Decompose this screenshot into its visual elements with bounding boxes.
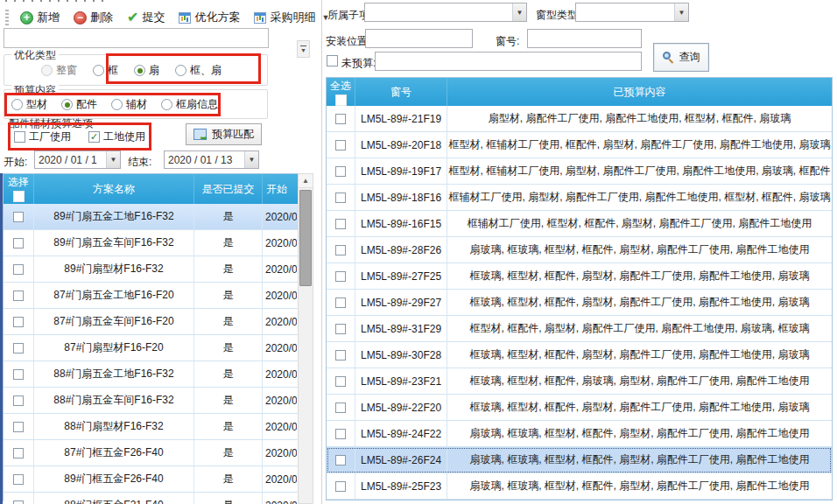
table-row[interactable]: 88#门扇型材F16-F32是2020/0 xyxy=(4,414,298,440)
select-all-checkbox[interactable] xyxy=(335,94,347,106)
row-select-cell[interactable] xyxy=(4,256,34,282)
start-date-picker[interactable]: 2020 / 01 / 1 ▼ xyxy=(34,150,121,169)
row-checkbox[interactable] xyxy=(13,290,24,301)
row-checkbox[interactable] xyxy=(335,114,346,124)
checkbox-icon[interactable]: ✓ xyxy=(88,131,100,143)
table-row[interactable]: 88#门框五金F21-F40是2020/0 xyxy=(4,493,298,504)
row-checkbox[interactable] xyxy=(335,192,346,203)
table-row[interactable]: LM5L-89#-19F17框型材, 框辅材工厂使用, 扇型材, 扇配件工厂使用… xyxy=(327,158,832,185)
row-select-cell[interactable] xyxy=(327,211,355,236)
table-row[interactable]: LM5L-89#-22F20框玻璃, 框型材, 框配件, 扇型材, 扇配件工厂使… xyxy=(327,395,832,421)
table-row[interactable]: LM5L-89#-21F19扇型材, 扇配件工厂使用, 扇配件工地使用, 框型材… xyxy=(327,106,832,132)
row-select-cell[interactable] xyxy=(327,368,355,394)
end-date-picker[interactable]: 2020 / 01 / 13 ▼ xyxy=(164,150,259,169)
table-row[interactable]: LM5L-89#-31F29框型材, 框配件, 扇型材, 扇配件工厂使用, 扇配… xyxy=(327,316,832,342)
row-select-cell[interactable] xyxy=(327,263,355,289)
chevron-down-icon[interactable]: ▼ xyxy=(244,151,258,168)
table-row[interactable]: LM5L-89#-29F27框玻璃, 框型材, 框配件, 扇型材, 扇配件工厂使… xyxy=(327,290,832,316)
radio-icon[interactable] xyxy=(175,65,186,76)
no-budget-checkbox[interactable] xyxy=(327,55,338,66)
row-checkbox[interactable] xyxy=(13,264,24,275)
table-row[interactable]: 89#门扇型材F16-F32是2020/0 xyxy=(4,256,298,283)
row-checkbox[interactable] xyxy=(13,343,24,354)
table-row[interactable]: 89#门扇五金车间F16-F32是2020/0 xyxy=(4,230,298,256)
checkbox-option-工厂使用[interactable]: 工厂使用 xyxy=(14,130,71,144)
delete-button[interactable]: − 删除 xyxy=(67,7,119,28)
row-select-cell[interactable] xyxy=(327,158,355,184)
table-row[interactable]: 87#门扇型材F16-F20是2020/0 xyxy=(4,335,298,361)
radio-icon[interactable] xyxy=(111,99,123,110)
scroll-up-arrow-icon[interactable]: ▲ xyxy=(299,174,313,188)
table-row[interactable]: 89#门框五金F26-F40是2020/0 xyxy=(4,466,298,493)
row-select-cell[interactable] xyxy=(327,421,355,446)
window-no-input[interactable] xyxy=(527,29,642,48)
row-select-cell[interactable] xyxy=(327,395,355,420)
table-row[interactable]: 89#门扇五金工地F16-F32是2020/0 xyxy=(4,204,298,230)
row-checkbox[interactable] xyxy=(335,324,346,334)
radio-icon[interactable] xyxy=(161,99,172,110)
row-select-cell[interactable] xyxy=(4,414,34,439)
row-select-cell[interactable] xyxy=(4,335,34,360)
table-row[interactable]: LM5L-89#-20F18框型材, 框辅材工厂使用, 框配件, 扇型材, 扇配… xyxy=(327,132,832,158)
table-row[interactable]: 88#门扇五金工地F16-F32是2020/0 xyxy=(4,361,298,388)
row-select-cell[interactable] xyxy=(4,309,34,334)
purchase-detail-button[interactable]: 采购明细 ▼ xyxy=(248,7,335,28)
row-select-cell[interactable] xyxy=(4,361,34,387)
row-checkbox[interactable] xyxy=(13,317,24,327)
add-button[interactable]: + 新增 xyxy=(14,7,66,28)
row-checkbox[interactable] xyxy=(335,455,346,466)
row-checkbox[interactable] xyxy=(335,245,346,256)
budget-match-button[interactable]: 预算匹配 xyxy=(186,123,262,145)
row-checkbox[interactable] xyxy=(335,219,346,229)
table-row[interactable]: LM5L-89#-30F28框玻璃, 框型材, 框配件, 扇型材, 扇配件工厂使… xyxy=(327,342,832,368)
table-row[interactable]: 87#门扇五金工地F16-F20是2020/0 xyxy=(4,283,298,309)
row-checkbox[interactable] xyxy=(335,376,346,387)
row-select-cell[interactable] xyxy=(327,132,355,158)
row-checkbox[interactable] xyxy=(13,500,24,504)
row-select-cell[interactable] xyxy=(327,106,355,131)
no-budget-input[interactable] xyxy=(375,52,642,71)
row-checkbox[interactable] xyxy=(335,298,346,308)
row-select-cell[interactable] xyxy=(4,440,34,466)
row-checkbox[interactable] xyxy=(13,212,24,222)
checkbox-icon[interactable] xyxy=(14,131,25,143)
row-select-cell[interactable] xyxy=(327,185,355,210)
scrollbar-thumb[interactable] xyxy=(299,190,312,286)
table-row[interactable]: 88#门扇五金车间F16-F32是2020/0 xyxy=(4,388,298,414)
row-checkbox[interactable] xyxy=(335,481,346,492)
table-row[interactable]: LM5L-89#-23F21框玻璃, 框型材, 框配件, 扇玻璃, 扇型材, 扇… xyxy=(327,368,832,395)
row-checkbox[interactable] xyxy=(335,271,346,282)
query-button[interactable]: 查询 xyxy=(653,43,709,72)
radio-option-辅材[interactable]: 辅材 xyxy=(111,97,147,112)
chevron-down-icon[interactable]: ▼ xyxy=(106,151,120,168)
radio-option-框、扇[interactable]: 框、扇 xyxy=(175,63,222,78)
row-select-cell[interactable] xyxy=(4,230,34,256)
radio-option-配件[interactable]: 配件 xyxy=(61,97,97,112)
table-row[interactable]: 87#门扇五金车间F16-F20是2020/0 xyxy=(4,309,298,335)
radio-option-型材[interactable]: 型材 xyxy=(11,97,47,112)
row-select-cell[interactable] xyxy=(327,342,355,368)
row-select-cell[interactable] xyxy=(327,473,355,499)
table-row[interactable]: 87#门框五金F26-F40是2020/0 xyxy=(4,440,298,466)
radio-icon[interactable] xyxy=(93,65,104,76)
row-checkbox[interactable] xyxy=(335,166,346,177)
window-type-select[interactable]: ▼ xyxy=(575,3,689,22)
submit-button[interactable]: ✔ 提交 xyxy=(121,7,171,28)
row-select-cell[interactable] xyxy=(4,388,34,413)
row-checkbox[interactable] xyxy=(335,429,346,439)
row-checkbox[interactable] xyxy=(13,448,24,458)
row-select-cell[interactable] xyxy=(4,283,34,308)
radio-option-框扇信息[interactable]: 框扇信息 xyxy=(161,97,218,112)
toolbar-grip[interactable] xyxy=(5,10,9,25)
sub-item-select[interactable]: ▼ xyxy=(364,3,527,22)
chevron-down-icon[interactable]: ▼ xyxy=(674,4,688,21)
toolbar-overflow-button[interactable]: ▼ xyxy=(297,40,310,58)
radio-icon[interactable] xyxy=(11,99,23,110)
row-select-cell[interactable] xyxy=(4,466,34,492)
row-select-cell[interactable] xyxy=(327,316,355,341)
radio-option-框[interactable]: 框 xyxy=(93,63,118,78)
table-row[interactable]: LM5L-89#-28F26扇玻璃, 框玻璃, 框型材, 框配件, 扇型材, 扇… xyxy=(327,237,832,263)
row-checkbox[interactable] xyxy=(335,350,346,360)
row-checkbox[interactable] xyxy=(13,238,24,248)
row-checkbox[interactable] xyxy=(335,140,346,150)
